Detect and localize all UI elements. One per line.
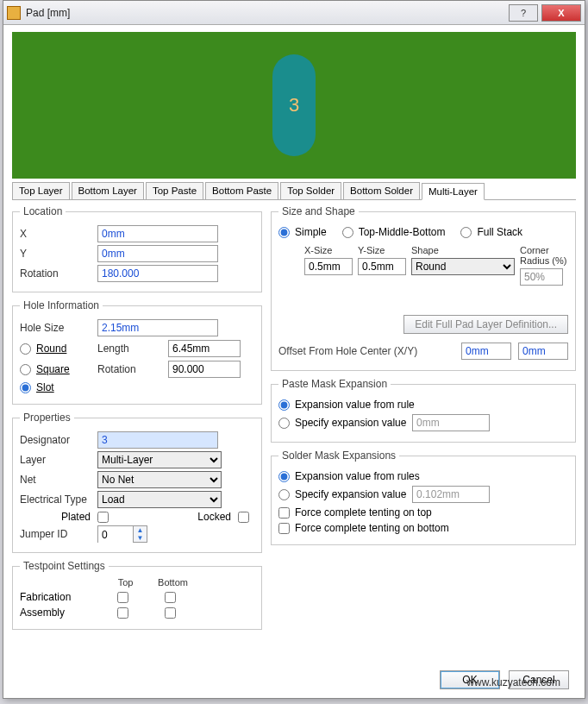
ok-button[interactable]: OK bbox=[440, 670, 500, 689]
tab-top-solder[interactable]: Top Solder bbox=[280, 182, 341, 199]
layer-tabs: Top LayerBottom LayerTop PasteBottom Pas… bbox=[12, 182, 576, 200]
holesize-input[interactable] bbox=[97, 319, 218, 336]
close-button[interactable]: X bbox=[541, 4, 581, 22]
ysize-input[interactable] bbox=[358, 258, 406, 275]
ss-simple-radio[interactable] bbox=[278, 227, 290, 238]
solder-value-input bbox=[412, 486, 490, 503]
pad-preview: 3 bbox=[12, 32, 576, 179]
hole-length-input[interactable] bbox=[168, 340, 241, 357]
help-button[interactable]: ? bbox=[509, 4, 538, 22]
jumper-spinner[interactable]: ▲▼ bbox=[97, 525, 147, 543]
shape-select[interactable]: Round bbox=[411, 258, 515, 275]
hole-group: Hole Information Hole Size Round Length … bbox=[12, 299, 262, 405]
locked-checkbox[interactable] bbox=[238, 512, 249, 523]
xsize-input[interactable] bbox=[304, 258, 353, 275]
window-title: Pad [mm] bbox=[26, 7, 505, 19]
spin-up-icon[interactable]: ▲ bbox=[134, 526, 147, 534]
ss-tmb-radio[interactable] bbox=[342, 227, 353, 238]
tab-bottom-layer[interactable]: Bottom Layer bbox=[72, 182, 144, 199]
solder-rule-radio[interactable] bbox=[278, 471, 290, 482]
properties-legend: Properties bbox=[20, 412, 74, 424]
hole-round-radio[interactable] bbox=[20, 343, 31, 355]
hole-square-radio[interactable] bbox=[20, 364, 31, 375]
tab-bottom-solder[interactable]: Bottom Solder bbox=[343, 182, 420, 199]
paste-value-input bbox=[412, 414, 490, 431]
location-group: Location X Y Rotation bbox=[12, 205, 262, 292]
paste-specify-radio[interactable] bbox=[278, 418, 290, 429]
spin-down-icon[interactable]: ▼ bbox=[134, 534, 147, 542]
corner-radius-input bbox=[520, 268, 563, 286]
tp-asm-top[interactable] bbox=[117, 607, 128, 619]
etype-select[interactable]: Load bbox=[97, 491, 222, 508]
tab-bottom-paste[interactable]: Bottom Paste bbox=[205, 182, 278, 199]
solder-mask-group: Solder Mask Expansions Expansion value f… bbox=[271, 449, 576, 545]
solder-specify-radio[interactable] bbox=[278, 489, 290, 500]
paste-rule-radio[interactable] bbox=[278, 399, 290, 411]
tab-top-layer[interactable]: Top Layer bbox=[12, 182, 70, 199]
tp-fab-top[interactable] bbox=[117, 592, 128, 603]
paste-mask-group: Paste Mask Expansion Expansion value fro… bbox=[271, 378, 576, 443]
offset-label: Offset From Hole Center (X/Y) bbox=[278, 345, 454, 357]
size-shape-group: Size and Shape Simple Top-Middle-Bottom … bbox=[271, 205, 576, 371]
tab-multi-layer[interactable]: Multi-Layer bbox=[422, 183, 485, 200]
ss-full-radio[interactable] bbox=[460, 227, 472, 238]
hole-legend: Hole Information bbox=[20, 299, 103, 311]
tp-fab-bot[interactable] bbox=[165, 592, 176, 603]
cancel-button[interactable]: Cancel bbox=[509, 670, 569, 689]
hole-rot-input[interactable] bbox=[168, 361, 241, 378]
location-legend: Location bbox=[20, 205, 66, 217]
y-label: Y bbox=[20, 248, 97, 260]
tent-bottom-checkbox[interactable] bbox=[278, 523, 290, 534]
offset-y-input[interactable] bbox=[518, 343, 568, 360]
designator-input[interactable] bbox=[97, 431, 218, 449]
layer-select[interactable]: Multi-Layer bbox=[97, 451, 222, 468]
titlebar[interactable]: Pad [mm] ? X bbox=[3, 1, 585, 25]
plated-checkbox[interactable] bbox=[97, 512, 109, 523]
tp-asm-bot[interactable] bbox=[165, 607, 176, 619]
pad-shape: 3 bbox=[272, 54, 316, 156]
y-input[interactable] bbox=[97, 245, 218, 262]
rotation-label: Rotation bbox=[20, 267, 97, 280]
tent-top-checkbox[interactable] bbox=[278, 507, 290, 519]
hole-rot-label: Rotation bbox=[97, 363, 160, 375]
offset-x-input[interactable] bbox=[461, 343, 511, 360]
net-select[interactable]: No Net bbox=[97, 471, 222, 488]
x-input[interactable] bbox=[97, 225, 218, 242]
app-icon bbox=[7, 6, 21, 20]
hole-length-label: Length bbox=[97, 343, 160, 355]
rotation-input[interactable] bbox=[97, 265, 218, 282]
x-label: X bbox=[20, 228, 97, 240]
pad-dialog: Pad [mm] ? X 3 Top LayerBottom LayerTop … bbox=[3, 0, 585, 699]
edit-full-pad-button: Edit Full Pad Layer Definition... bbox=[403, 315, 568, 334]
tab-top-paste[interactable]: Top Paste bbox=[146, 182, 203, 199]
hole-slot-radio[interactable] bbox=[20, 382, 31, 393]
properties-group: Properties Designator LayerMulti-Layer N… bbox=[12, 412, 262, 553]
testpoint-group: Testpoint Settings TopBottom Fabrication… bbox=[12, 560, 262, 630]
holesize-label: Hole Size bbox=[20, 322, 97, 334]
